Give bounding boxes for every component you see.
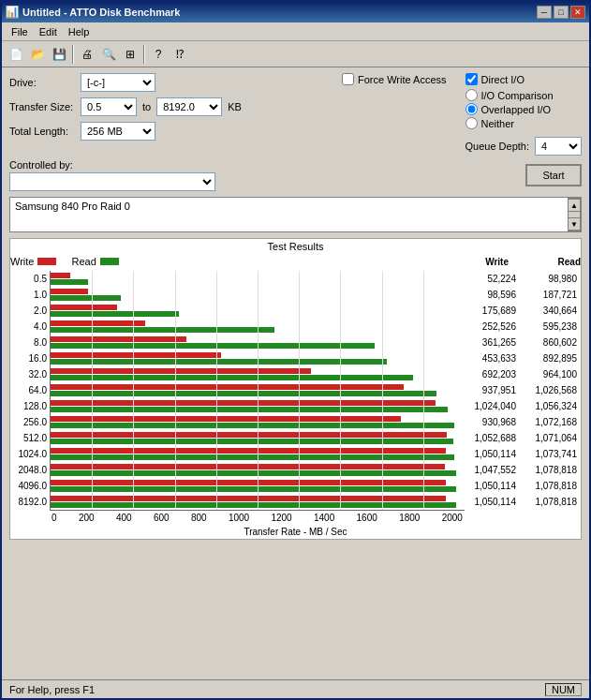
read-legend-box (100, 258, 119, 265)
values-col: 52,22498,98098,596187,721175,689340,6642… (465, 271, 577, 511)
write-legend-box (37, 258, 56, 265)
bars-container (50, 271, 465, 511)
write-bar (51, 289, 88, 294)
vgrid4 (216, 271, 217, 510)
drive-select[interactable]: [-c-] (81, 73, 155, 92)
y-label: 32.0 (29, 366, 47, 382)
y-label: 256.0 (23, 414, 47, 430)
write-bar (51, 496, 446, 501)
value-row: 361,265860,602 (470, 335, 577, 350)
transfer-from-select[interactable]: 0.5 (81, 97, 137, 116)
toolbar-preview[interactable]: 🔍 (98, 44, 119, 65)
y-label: 4096.0 (18, 478, 47, 494)
read-bar (51, 311, 179, 317)
toolbar-save[interactable]: 💾 (49, 44, 69, 65)
x-axis-label: 1800 (399, 513, 420, 523)
direct-io-checkbox[interactable] (465, 73, 478, 85)
transfer-size-label: Transfer Size: (9, 101, 75, 112)
drive-label: Drive: (9, 77, 75, 88)
vgrid5 (258, 271, 259, 510)
controlled-left: Controlled by: (9, 159, 518, 191)
toolbar-new[interactable]: 📄 (6, 44, 26, 65)
overlapped-io-radio[interactable] (465, 103, 478, 115)
menu-file[interactable]: File (6, 25, 34, 38)
read-bar (51, 423, 454, 428)
window-title: Untitled - ATTO Disk Benchmark (22, 7, 181, 18)
status-help: For Help, press F1 (9, 684, 95, 695)
io-comparison-item: I/O Comparison (465, 89, 554, 101)
x-axis-label: 0 (52, 513, 57, 523)
write-value: 98,596 (470, 290, 522, 300)
controlled-select[interactable] (9, 172, 215, 191)
toolbar-help[interactable]: ? (148, 44, 169, 65)
overlapped-io-label: Overlapped I/O (481, 104, 552, 115)
transfer-size-row: Transfer Size: 0.5 to 8192.0 KB (9, 97, 332, 116)
read-value: 595,238 (525, 321, 577, 332)
read-bar (51, 327, 274, 333)
read-value: 964,100 (525, 369, 577, 380)
read-bar (51, 439, 453, 444)
read-bar (51, 295, 121, 301)
y-label: 1024.0 (18, 446, 47, 462)
y-label: 2048.0 (18, 462, 47, 478)
y-label: 64.0 (29, 382, 47, 398)
value-row: 453,633892,895 (470, 350, 577, 366)
neither-item: Neither (465, 117, 554, 129)
neither-radio[interactable] (465, 117, 478, 129)
vgrid2 (133, 271, 134, 510)
menu-bar: File Edit Help (2, 22, 589, 41)
force-write-label: Force Write Access (358, 74, 447, 85)
read-value: 187,721 (525, 290, 577, 300)
app-icon: 📊 (6, 6, 19, 19)
read-value: 1,026,568 (525, 385, 577, 395)
menu-help[interactable]: Help (63, 25, 96, 38)
title-bar-left: 📊 Untitled - ATTO Disk Benchmark (6, 6, 181, 19)
read-value: 1,072,168 (525, 417, 577, 427)
maximize-button[interactable]: □ (554, 6, 569, 19)
force-write-checkbox[interactable] (342, 73, 354, 85)
write-bar (51, 305, 117, 310)
menu-edit[interactable]: Edit (34, 25, 63, 38)
start-button[interactable]: Start (525, 164, 582, 186)
close-button[interactable]: ✕ (570, 6, 585, 19)
toolbar-print[interactable]: 🖨 (77, 44, 97, 65)
scroll-up[interactable]: ▲ (568, 199, 581, 212)
write-value: 1,050,114 (470, 449, 522, 459)
toolbar-open[interactable]: 📂 (27, 44, 48, 65)
content-area: Drive: [-c-] Transfer Size: 0.5 to 8192.… (2, 67, 589, 698)
overlapped-io-item: Overlapped I/O (465, 103, 554, 115)
read-value: 1,056,324 (525, 401, 577, 411)
read-bar (51, 391, 436, 396)
scroll-down[interactable]: ▼ (568, 217, 581, 231)
minimize-button[interactable]: ─ (537, 6, 552, 19)
write-bar (51, 368, 311, 374)
controlled-area: Controlled by: Start (2, 156, 589, 195)
io-comparison-radio[interactable] (465, 89, 478, 101)
toolbar-about[interactable]: ⁉ (170, 44, 190, 65)
read-legend: Read (71, 256, 118, 267)
total-length-select[interactable]: 256 MB (81, 122, 155, 141)
y-label: 4.0 (34, 319, 47, 335)
value-row: 1,050,1141,078,818 (470, 478, 577, 494)
top-controls: Drive: [-c-] Transfer Size: 0.5 to 8192.… (2, 67, 589, 156)
write-bar (51, 273, 70, 278)
write-bar (51, 480, 446, 485)
info-scrollbar[interactable]: ▲ ▼ (568, 198, 581, 231)
toolbar-btn3[interactable]: ⊞ (120, 44, 140, 65)
info-scroll-area: Samsung 840 Pro Raid 0 ▲ ▼ (9, 197, 582, 232)
write-bar (51, 400, 436, 406)
legend-row: Write Read Write Read (10, 254, 581, 269)
read-bar (51, 454, 454, 460)
write-bar (51, 448, 446, 454)
read-value: 1,078,818 (525, 481, 577, 491)
read-value: 340,664 (525, 305, 577, 316)
transfer-to-select[interactable]: 8192.0 (156, 97, 222, 116)
x-axis-label: 1000 (229, 513, 249, 523)
toolbar-sep1 (72, 45, 74, 64)
y-label: 512.0 (23, 430, 47, 446)
write-legend-label: Write (10, 256, 34, 267)
queue-depth-select[interactable]: 4 (535, 137, 582, 156)
write-value: 1,050,114 (470, 481, 522, 491)
value-row: 692,203964,100 (470, 366, 577, 382)
drive-row: Drive: [-c-] (9, 73, 332, 92)
